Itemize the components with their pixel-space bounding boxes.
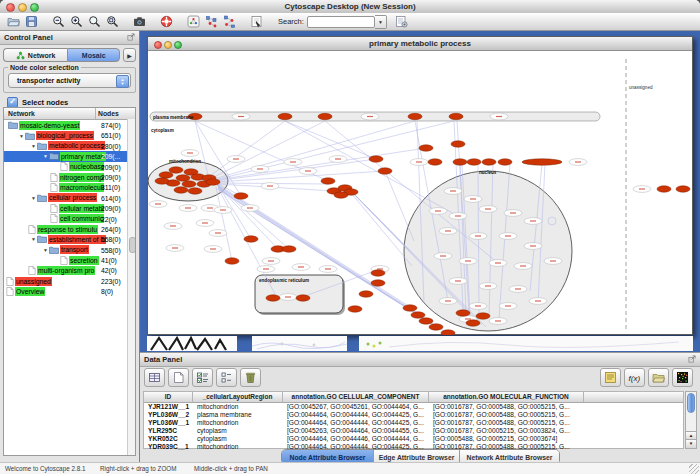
table-row[interactable]: YJR121W__1mitochondrion[GO:0045267, GO:0… (144, 403, 683, 411)
gene-node[interactable] (206, 179, 220, 185)
table-scrollbar-thumb[interactable] (687, 393, 695, 413)
tree-item[interactable]: secretion41(0) (4, 255, 135, 265)
tab-network[interactable]: Network (3, 48, 67, 62)
tree-item[interactable]: ▼establishment of lo558(0) (4, 234, 135, 244)
save-icon[interactable] (22, 14, 40, 29)
tree-item[interactable]: response to stimulu264(0) (4, 224, 135, 234)
table-row[interactable]: YPL036W__1mitochondrion[GO:0044464, GO:0… (144, 419, 683, 427)
gene-label-node[interactable] (529, 298, 547, 305)
edge[interactable] (210, 121, 285, 176)
tree-item[interactable]: nucleobase-209(0) (4, 162, 135, 172)
zoom-out-icon[interactable] (49, 14, 67, 29)
tree-item[interactable]: multi-organism pro42(0) (4, 265, 135, 275)
tree-item[interactable]: ▼metabolic process280(0) (4, 141, 135, 151)
frame-close-icon[interactable] (154, 41, 162, 49)
gene-label-node[interactable] (227, 156, 245, 163)
gene-label-node[interactable] (232, 113, 250, 120)
gene-label-node[interactable] (429, 208, 447, 215)
gene-label-node[interactable] (299, 168, 317, 175)
gene-node[interactable] (318, 113, 332, 119)
gene-label-node[interactable] (509, 286, 527, 293)
gene-node[interactable] (159, 172, 173, 178)
gene-label-node[interactable] (279, 294, 297, 301)
gene-label-node[interactable] (262, 258, 280, 265)
tree-item[interactable]: cell communicat22(0) (4, 214, 135, 224)
gene-label-node[interactable] (514, 263, 532, 270)
gene-label-node[interactable] (261, 183, 279, 190)
gene-node[interactable] (378, 168, 392, 174)
background-window-sliver[interactable] (359, 336, 693, 351)
gene-node[interactable] (371, 280, 385, 286)
delete-icon[interactable] (240, 368, 261, 387)
gene-node[interactable] (476, 313, 490, 319)
tree-column-network[interactable]: Network (4, 108, 96, 119)
annotation-icon[interactable] (247, 14, 265, 29)
gene-node[interactable] (188, 188, 202, 194)
tree-expand-icon[interactable]: ▼ (30, 236, 37, 242)
float-panel-icon[interactable] (688, 355, 696, 365)
gene-label-node[interactable] (449, 213, 467, 220)
gene-label-node[interactable] (469, 303, 487, 310)
gene-label-node[interactable] (499, 303, 517, 310)
gene-label-node[interactable] (292, 264, 310, 271)
help-icon[interactable] (157, 14, 175, 29)
edge[interactable] (285, 121, 376, 159)
gene-node[interactable] (334, 192, 348, 198)
tree-scrollbar[interactable] (127, 119, 135, 455)
gene-node[interactable] (244, 236, 258, 242)
zoom-window-icon[interactable] (30, 3, 39, 12)
tree-item[interactable]: unassigned223(0) (4, 276, 135, 286)
search-input[interactable] (307, 16, 375, 28)
network-canvas[interactable]: plasma membrane cytoplasm mitochondrion … (148, 51, 692, 334)
gene-node[interactable] (169, 167, 183, 173)
gene-node[interactable] (155, 178, 169, 184)
gene-label-node[interactable] (489, 318, 507, 325)
gene-node[interactable] (321, 178, 335, 184)
folder-icon[interactable] (648, 368, 669, 387)
gene-label-node[interactable] (449, 278, 467, 285)
gene-node[interactable] (176, 175, 190, 181)
search-options-icon[interactable] (393, 14, 411, 29)
gene-label-node[interactable] (504, 210, 522, 217)
tree-item[interactable]: Overview8(0) (4, 286, 135, 296)
gene-label-node[interactable] (464, 196, 482, 203)
gene-node[interactable] (419, 145, 433, 151)
background-window-sliver[interactable] (147, 336, 237, 351)
zoom-in-icon[interactable] (67, 14, 85, 29)
gene-label-node[interactable] (179, 205, 197, 212)
table-row[interactable]: YPL036W__2plasma membrane[GO:0044464, GO… (144, 411, 683, 419)
zoom-fit-icon[interactable] (103, 14, 121, 29)
tree-item[interactable]: ▼primary metabol209(... (4, 151, 135, 161)
tree-item[interactable]: ▼biological_process651(0) (4, 130, 135, 140)
select-columns-icon[interactable] (192, 368, 213, 387)
gene-label-node[interactable] (499, 233, 517, 240)
gene-node[interactable] (403, 305, 417, 311)
gene-node[interactable] (419, 318, 433, 324)
open-icon[interactable] (4, 14, 22, 29)
tree-item[interactable]: nitrogen compo209(0) (4, 172, 135, 182)
gene-label-node[interactable] (524, 243, 542, 250)
gene-node[interactable] (174, 187, 188, 193)
gene-label-node[interactable] (209, 230, 227, 237)
gene-label-node[interactable] (319, 266, 337, 273)
gene-node[interactable] (467, 159, 481, 165)
gene-node[interactable] (482, 159, 496, 165)
gene-node[interactable] (234, 193, 248, 199)
table-icon[interactable] (144, 368, 165, 387)
notes-icon[interactable] (600, 368, 621, 387)
gene-node[interactable] (657, 186, 671, 192)
gene-node[interactable] (428, 159, 442, 165)
gene-label-node[interactable] (166, 245, 184, 252)
gene-node[interactable] (282, 246, 296, 252)
table-row[interactable]: YKR052Ccytoplasm[GO:0044464, GO:0044446,… (144, 435, 683, 443)
background-window-sliver[interactable] (252, 336, 347, 351)
gene-label-node[interactable] (633, 186, 651, 193)
gene-label-node[interactable] (164, 223, 182, 230)
gene-node[interactable] (182, 181, 196, 187)
table-row[interactable]: YLR295Ccytoplasm[GO:0045263, GO:0044464,… (144, 427, 683, 435)
tree-expand-icon[interactable]: ▼ (18, 133, 25, 139)
frame-zoom-icon[interactable] (174, 41, 182, 49)
tree-expand-icon[interactable]: ▼ (30, 143, 37, 149)
gene-label-node[interactable] (479, 206, 497, 213)
gene-label-node[interactable] (361, 113, 379, 120)
